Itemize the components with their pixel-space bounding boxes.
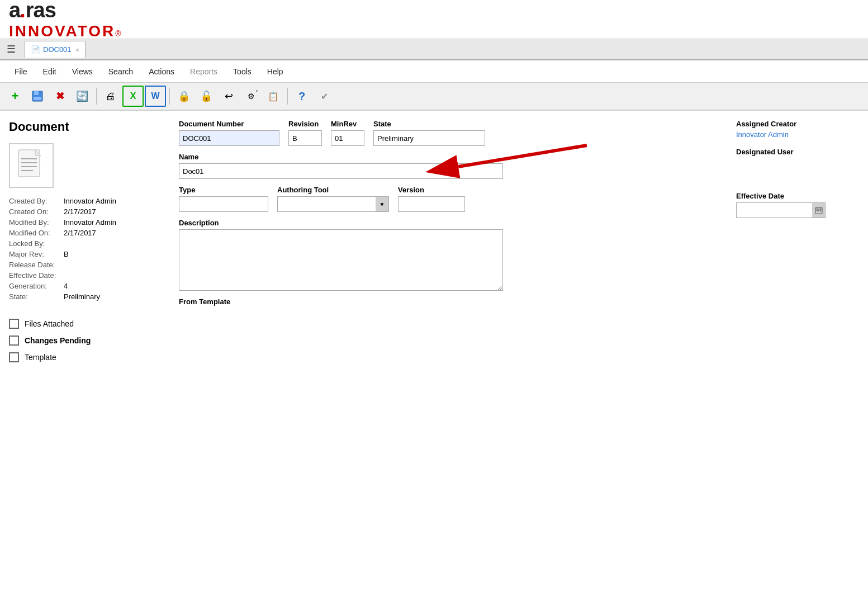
version-label: Version <box>398 186 465 194</box>
menu-file[interactable]: File <box>7 64 35 79</box>
major-rev-value: B <box>64 250 69 258</box>
toolbar-separator-2 <box>169 88 170 105</box>
add-button[interactable]: + <box>4 86 26 107</box>
undo-button[interactable]: ↩ <box>218 86 239 107</box>
hamburger-button[interactable]: ☰ <box>4 41 18 58</box>
files-attached-row: Files Attached <box>9 319 165 329</box>
state-input[interactable] <box>373 130 485 146</box>
menu-views[interactable]: Views <box>64 64 101 79</box>
type-label: Type <box>179 186 268 194</box>
logo-ras: ras <box>26 0 56 22</box>
files-attached-checkbox[interactable] <box>9 319 19 329</box>
changes-pending-label: Changes Pending <box>25 336 91 345</box>
revision-input[interactable] <box>288 130 322 146</box>
tab-doc001[interactable]: 📄 DOC001 × <box>25 41 86 58</box>
from-template-label: From Template <box>179 297 723 306</box>
menu-edit[interactable]: Edit <box>35 64 64 79</box>
description-textarea[interactable] <box>179 229 503 291</box>
template-checkbox[interactable] <box>9 352 19 362</box>
refresh-button[interactable]: 🔄 <box>72 86 93 107</box>
state-label-meta: State: <box>9 292 59 301</box>
delete-button[interactable]: ✖ <box>49 86 70 107</box>
svg-rect-2 <box>34 97 41 100</box>
logo-innovator: INNOVATOR <box>9 22 115 40</box>
doc-number-input[interactable] <box>179 130 279 146</box>
meta-major-rev: Major Rev: B <box>9 250 165 258</box>
created-by-label: Created By: <box>9 197 59 205</box>
tab-doc-icon: 📄 <box>31 45 40 54</box>
doc-number-group: Document Number <box>179 120 279 146</box>
copy-button[interactable]: 📋 <box>263 86 284 107</box>
type-input[interactable] <box>179 196 268 212</box>
effective-date-section: Effective Date <box>736 192 859 218</box>
modified-on-label: Modified On: <box>9 229 59 237</box>
help-button[interactable]: ? <box>291 86 312 107</box>
tab-close-button[interactable]: × <box>76 46 79 53</box>
calendar-button[interactable] <box>812 202 826 218</box>
menu-tools[interactable]: Tools <box>225 64 259 79</box>
assigned-creator-value[interactable]: Innovator Admin <box>736 130 859 139</box>
meta-table: Created By: Innovator Admin Created On: … <box>9 197 165 301</box>
meta-locked-by: Locked By: <box>9 239 165 248</box>
document-icon <box>9 143 54 188</box>
meta-created-by: Created By: Innovator Admin <box>9 197 165 205</box>
workflow-button[interactable]: ⚙° <box>240 86 262 107</box>
name-group: Name <box>179 153 503 179</box>
minrev-input[interactable] <box>331 130 364 146</box>
form-row-1: Document Number Revision MinRev State <box>179 120 723 146</box>
save-icon <box>31 90 44 102</box>
authoring-tool-label: Authoring Tool <box>277 186 389 194</box>
name-input[interactable] <box>179 163 503 179</box>
menu-search[interactable]: Search <box>101 64 141 79</box>
modified-by-value: Innovator Admin <box>64 218 116 226</box>
modified-on-value: 2/17/2017 <box>64 229 96 237</box>
calendar-icon <box>815 206 823 214</box>
main-content: Document Created By: Innovator Admin <box>0 111 868 378</box>
version-input[interactable] <box>398 196 465 212</box>
check-button[interactable]: ✔ <box>314 86 335 107</box>
menu-reports[interactable]: Reports <box>182 64 225 79</box>
description-group: Description <box>179 219 503 291</box>
svg-rect-13 <box>817 210 818 211</box>
excel-button[interactable]: X <box>122 86 144 107</box>
meta-state: State: Preliminary <box>9 292 165 301</box>
word-button[interactable]: W <box>145 86 166 107</box>
minrev-label: MinRev <box>331 120 364 128</box>
authoring-tool-dropdown[interactable]: ▼ <box>376 196 389 212</box>
authoring-tool-wrapper: ▼ <box>277 196 389 212</box>
svg-rect-15 <box>820 210 821 211</box>
meta-generation: Generation: 4 <box>9 282 165 290</box>
authoring-tool-input[interactable] <box>277 196 389 212</box>
name-label: Name <box>179 153 503 161</box>
save-button[interactable] <box>27 86 48 107</box>
meta-effective-date: Effective Date: <box>9 271 165 280</box>
left-panel: Document Created By: Innovator Admin <box>9 120 165 369</box>
revision-label: Revision <box>288 120 322 128</box>
meta-release-date: Release Date: <box>9 261 165 269</box>
designated-user-label: Designated User <box>736 148 859 156</box>
meta-modified-by: Modified By: Innovator Admin <box>9 218 165 226</box>
form-row-2: Name <box>179 153 723 179</box>
changes-pending-checkbox[interactable] <box>9 336 19 346</box>
section-title: Document <box>9 120 165 134</box>
unlock-button[interactable]: 🔓 <box>196 86 217 107</box>
lock-button[interactable]: 🔒 <box>173 86 195 107</box>
files-attached-label: Files Attached <box>25 319 74 328</box>
menu-bar: File Edit Views Search Actions Reports T… <box>0 60 868 83</box>
created-by-value: Innovator Admin <box>64 197 116 205</box>
version-group: Version <box>398 186 465 212</box>
right-panel: Assigned Creator Innovator Admin Designa… <box>736 120 859 369</box>
effective-date-label: Effective Date: <box>9 271 59 280</box>
toolbar-separator-3 <box>287 88 288 105</box>
print-button[interactable]: 🖨 <box>100 86 121 107</box>
created-on-value: 2/17/2017 <box>64 207 96 216</box>
form-panel: Document Number Revision MinRev State <box>179 120 723 369</box>
right-effective-date-label: Effective Date <box>736 192 859 200</box>
checkboxes-section: Files Attached Changes Pending Template <box>9 319 165 362</box>
authoring-tool-group: Authoring Tool ▼ <box>277 186 389 212</box>
effective-date-wrapper <box>736 202 826 218</box>
menu-actions[interactable]: Actions <box>141 64 182 79</box>
form-row-3: Type Authoring Tool ▼ Version <box>179 186 723 212</box>
logo-aras: a <box>9 0 20 22</box>
menu-help[interactable]: Help <box>259 64 291 79</box>
